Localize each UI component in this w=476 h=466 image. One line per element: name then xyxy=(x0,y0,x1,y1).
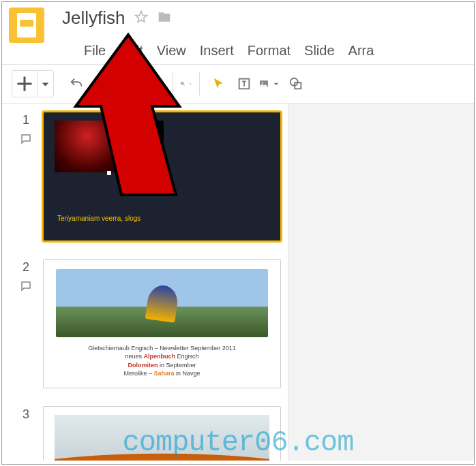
speaker-notes-icon xyxy=(20,133,32,149)
slide-text-sample: Teriyamaniam veerra, slogs xyxy=(57,215,140,223)
undo-button[interactable] xyxy=(65,70,88,97)
slide-thumbnail-row: 3 xyxy=(9,406,281,461)
toolbar xyxy=(2,64,474,104)
star-icon[interactable] xyxy=(134,10,148,27)
separator xyxy=(173,72,173,95)
slide-canvas[interactable] xyxy=(288,104,474,461)
menu-edit[interactable]: Edit xyxy=(119,43,143,59)
menu-file[interactable]: File xyxy=(84,43,106,59)
new-slide-dropdown-icon[interactable] xyxy=(37,71,53,97)
document-title[interactable]: Jellyfish xyxy=(62,7,125,29)
menu-view[interactable]: View xyxy=(157,43,186,59)
move-folder-icon[interactable] xyxy=(158,10,171,27)
separator xyxy=(199,72,200,95)
slide-number: 3 xyxy=(23,407,29,422)
redo-button[interactable] xyxy=(91,70,114,97)
select-tool-button[interactable] xyxy=(207,70,230,97)
speaker-notes-icon xyxy=(20,280,32,296)
slide-thumbnail[interactable]: Teriyamaniam veerra, slogs xyxy=(43,112,281,241)
slide-thumbnail-row: 2 Gletschiernaub Engisch – Newsletter Se… xyxy=(9,259,281,388)
image-tool-button[interactable] xyxy=(258,70,282,97)
slide-text-sample: Gletschiernaub Engisch – Newsletter Sept… xyxy=(44,344,280,378)
menu-bar: File Edit View Insert Format Slide Arra xyxy=(2,39,474,64)
plus-icon xyxy=(12,72,37,96)
slide-thumbnail[interactable] xyxy=(43,406,281,461)
menu-slide[interactable]: Slide xyxy=(304,43,334,59)
slide-thumbnail[interactable]: Gletschiernaub Engisch – Newsletter Sept… xyxy=(43,259,281,388)
menu-arrange[interactable]: Arra xyxy=(348,43,374,59)
textbox-tool-button[interactable] xyxy=(233,70,256,97)
slide-thumbnail-row: 1 Teriyamaniam veerra, slogs xyxy=(9,112,281,241)
print-button[interactable] xyxy=(117,70,140,97)
paint-format-button[interactable] xyxy=(143,70,166,97)
slide-number: 1 xyxy=(23,113,29,127)
new-slide-button[interactable] xyxy=(12,70,54,97)
app-logo-icon[interactable] xyxy=(9,7,44,43)
shape-tool-button[interactable] xyxy=(284,70,308,97)
slide-number: 2 xyxy=(23,260,29,275)
zoom-button[interactable] xyxy=(180,79,192,89)
svg-point-3 xyxy=(262,82,263,84)
menu-insert[interactable]: Insert xyxy=(200,43,234,59)
filmstrip[interactable]: 1 Teriyamaniam veerra, slogs 2 xyxy=(2,104,288,461)
menu-format[interactable]: Format xyxy=(248,43,291,59)
